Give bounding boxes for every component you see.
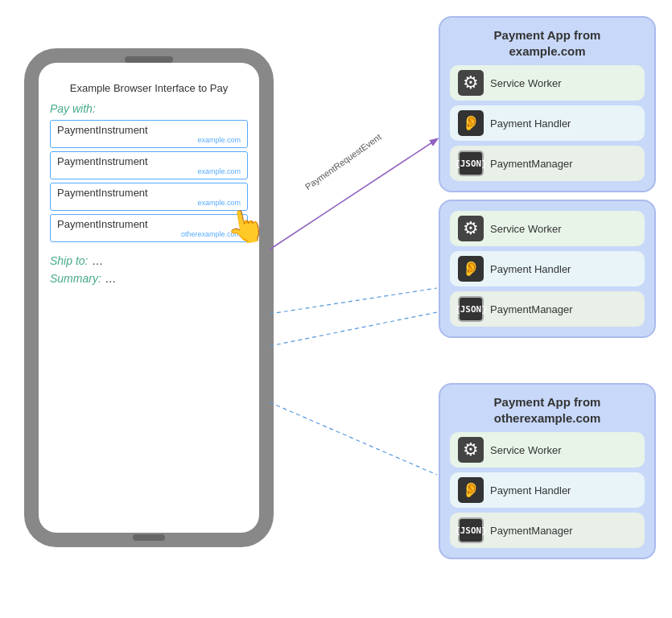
ship-to-value: … (92, 254, 103, 267)
svg-line-3 (270, 402, 437, 475)
payment-handler-box-bot: 👂 Payment Handler (450, 472, 645, 508)
instrument-domain-2: example.com (57, 167, 241, 175)
service-worker-label-bot: Service Worker (490, 444, 562, 456)
ship-to-label: Ship to: (50, 254, 88, 267)
touch-icon: 👆 (222, 204, 268, 249)
ear-icon-mid: 👂 (458, 256, 484, 282)
payment-handler-label-mid: Payment Handler (490, 263, 571, 275)
instrument-name-4: PaymentInstrument (57, 218, 148, 230)
payment-manager-box-top: {JSON} PaymentManager (450, 146, 645, 181)
payment-app-panel-top: Payment App fromexample.com ⚙ Service Wo… (439, 16, 656, 192)
pay-with-label: Pay with: (50, 102, 248, 115)
payment-handler-label-top: Payment Handler (490, 117, 571, 130)
browser-title: Example Browser Interface to Pay (50, 82, 248, 94)
payment-request-label: PaymentRequestEvent (303, 132, 383, 192)
payment-manager-box-bot: {JSON} PaymentManager (450, 513, 645, 548)
instrument-item-2[interactable]: PaymentInstrument example.com (50, 151, 248, 179)
json-icon-bot: {JSON} (458, 517, 484, 543)
payment-handler-box-mid: 👂 Payment Handler (450, 251, 645, 286)
phone-speaker (125, 56, 173, 63)
instrument-item-3[interactable]: PaymentInstrument example.com (50, 183, 248, 211)
payment-handler-box-top: 👂 Payment Handler (450, 105, 645, 141)
service-worker-label-mid: Service Worker (490, 223, 562, 235)
instrument-domain-3: example.com (57, 199, 241, 207)
ear-icon-top: 👂 (458, 110, 484, 136)
summary-value: … (105, 272, 116, 285)
payment-app-panel-bot: Payment App fromotherexample.com ⚙ Servi… (439, 383, 656, 559)
instrument-domain-1: example.com (57, 136, 241, 144)
service-worker-box-mid: ⚙ Service Worker (450, 211, 645, 246)
gear-icon-top: ⚙ (458, 70, 484, 96)
svg-line-1 (270, 288, 437, 314)
service-worker-box-bot: ⚙ Service Worker (450, 432, 645, 468)
instrument-domain-4: otherexample.com (57, 230, 241, 238)
json-icon-mid: {JSON} (458, 296, 484, 322)
ear-icon-bot: 👂 (458, 477, 484, 503)
phone-button (133, 534, 165, 541)
instrument-name-1: PaymentInstrument (57, 124, 148, 136)
json-icon-top: {JSON} (458, 150, 484, 176)
instrument-name-3: PaymentInstrument (57, 187, 148, 199)
panel-bot-title: Payment App fromotherexample.com (450, 394, 645, 426)
svg-line-2 (270, 312, 437, 346)
service-worker-box-top: ⚙ Service Worker (450, 65, 645, 101)
instrument-item-1[interactable]: PaymentInstrument example.com (50, 120, 248, 148)
service-worker-label-top: Service Worker (490, 77, 562, 89)
panel-top-title: Payment App fromexample.com (450, 27, 645, 59)
diagram: PaymentRequestEvent Example Browser Inte… (0, 0, 672, 618)
payment-handler-label-bot: Payment Handler (490, 484, 571, 496)
payment-manager-label-mid: PaymentManager (490, 303, 573, 315)
gear-icon-bot: ⚙ (458, 437, 484, 463)
summary-label: Summary: (50, 272, 101, 285)
instrument-name-2: PaymentInstrument (57, 155, 148, 167)
payment-app-panel-mid: ⚙ Service Worker 👂 Payment Handler {JSON… (439, 200, 656, 338)
payment-manager-label-bot: PaymentManager (490, 525, 573, 537)
gear-icon-mid: ⚙ (458, 216, 484, 241)
payment-manager-label-top: PaymentManager (490, 158, 573, 170)
instrument-item-4[interactable]: PaymentInstrument otherexample.com (50, 214, 248, 242)
payment-manager-box-mid: {JSON} PaymentManager (450, 291, 645, 327)
phone: Example Browser Interface to Pay Pay wit… (24, 48, 274, 547)
phone-screen: Example Browser Interface to Pay Pay wit… (39, 63, 259, 533)
